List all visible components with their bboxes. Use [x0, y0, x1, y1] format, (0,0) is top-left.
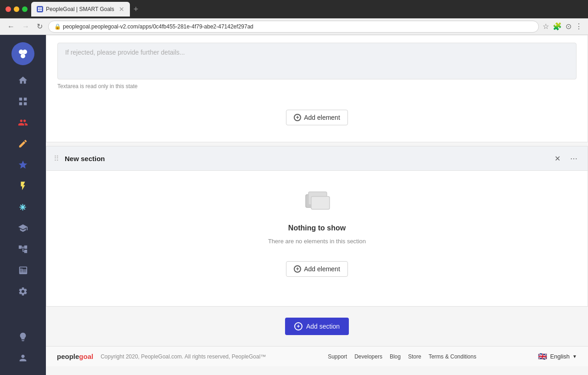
section-add-element-label: Add element: [304, 265, 340, 273]
svg-point-5: [22, 50, 27, 54]
add-section-area: + Add section: [46, 307, 588, 346]
svg-rect-2: [38, 10, 40, 11]
add-section-label: Add section: [306, 323, 340, 330]
svg-rect-8: [24, 98, 27, 101]
add-section-button[interactable]: + Add section: [285, 318, 349, 335]
empty-state-desc: There are no elements in this section: [268, 238, 366, 245]
sidebar-item-table[interactable]: [0, 261, 46, 280]
app-wrapper: ✳: [0, 35, 588, 375]
svg-rect-9: [19, 102, 22, 105]
sidebar-item-edit[interactable]: [0, 134, 46, 153]
footer-link-developers[interactable]: Developers: [354, 353, 382, 360]
svg-rect-1: [40, 7, 42, 9]
sidebar-item-learning[interactable]: [0, 218, 46, 238]
add-section-plus-icon: +: [294, 322, 302, 330]
bookmark-icon[interactable]: ☆: [543, 22, 549, 31]
security-icon: 🔒: [54, 23, 61, 30]
top-add-element-area: + Add element: [46, 97, 588, 142]
sidebar-item-profile[interactable]: [0, 348, 46, 368]
sidebar-item-tips[interactable]: [0, 327, 46, 347]
traffic-lights: [6, 6, 28, 12]
sidebar-bottom: [0, 327, 46, 375]
footer: peoplegoal Copyright 2020, PeopleGoal.co…: [46, 346, 588, 366]
app-logo[interactable]: [11, 42, 34, 65]
footer-links: Support Developers Blog Store Terms & Co…: [328, 353, 476, 360]
svg-rect-0: [38, 7, 40, 9]
sidebar-item-pulse[interactable]: [0, 176, 46, 196]
svg-rect-10: [24, 102, 27, 105]
section-body: Nothing to show There are no elements in…: [46, 171, 588, 306]
flag-icon: 🇬🇧: [538, 352, 547, 361]
menu-icon[interactable]: ⋮: [575, 22, 582, 31]
minimize-button[interactable]: [14, 6, 19, 12]
section-add-element-area: + Add element: [286, 250, 348, 288]
section-close-button[interactable]: ✕: [551, 152, 564, 165]
footer-link-support[interactable]: Support: [328, 353, 347, 360]
top-section-body: If rejected, please provide further deta…: [46, 35, 588, 97]
language-label: English: [550, 353, 570, 360]
svg-point-6: [21, 54, 25, 58]
sidebar-nav: ✳: [0, 71, 46, 301]
sidebar-item-dashboard[interactable]: [0, 92, 46, 111]
close-button[interactable]: [6, 6, 11, 12]
address-bar[interactable]: 🔒 peoplegoal.peoplegoal-v2.com/apps/0c4f…: [48, 21, 539, 33]
sidebar-item-settings[interactable]: [0, 282, 46, 301]
reload-button[interactable]: ↻: [35, 21, 45, 32]
sidebar-item-org[interactable]: [0, 240, 46, 259]
sidebar: ✳: [0, 35, 46, 375]
tab-bar: PeopleGoal | SMART Goals ✕ +: [31, 2, 582, 17]
empty-state: Nothing to show There are no elements in…: [268, 189, 366, 288]
footer-left: peoplegoal Copyright 2020, PeopleGoal.co…: [57, 353, 266, 360]
section-actions: ✕ ⋯: [551, 152, 580, 165]
footer-link-blog[interactable]: Blog: [390, 353, 401, 360]
nav-actions: ☆ 🧩 ⊙ ⋮: [543, 22, 582, 31]
sidebar-item-goals[interactable]: [0, 155, 46, 174]
sidebar-item-integrations[interactable]: ✳: [0, 197, 46, 217]
maximize-button[interactable]: [22, 6, 28, 12]
extensions-icon[interactable]: 🧩: [553, 22, 562, 31]
forward-button[interactable]: →: [20, 22, 31, 32]
main-content: If rejected, please provide further deta…: [46, 35, 588, 375]
svg-rect-7: [19, 98, 22, 101]
plus-circle-icon: +: [294, 114, 301, 121]
section-header: ⠿ New section ✕ ⋯: [46, 146, 588, 171]
section-plus-icon: +: [294, 265, 301, 273]
sidebar-item-people[interactable]: [0, 113, 46, 132]
profile-menu-icon[interactable]: ⊙: [566, 22, 571, 31]
chevron-down-icon: ▼: [572, 354, 577, 359]
new-section-card: ⠿ New section ✕ ⋯: [46, 146, 588, 307]
footer-logo-text: peoplegoal: [57, 353, 93, 360]
footer-link-store[interactable]: Store: [408, 353, 421, 360]
empty-state-icon: [302, 189, 331, 217]
top-add-element-button[interactable]: + Add element: [286, 110, 348, 125]
drag-handle-icon[interactable]: ⠿: [54, 154, 59, 163]
new-tab-button[interactable]: +: [134, 5, 139, 14]
section-add-element-button[interactable]: + Add element: [286, 261, 348, 277]
sidebar-item-home[interactable]: [0, 71, 46, 90]
top-section: If rejected, please provide further deta…: [46, 35, 588, 142]
active-tab[interactable]: PeopleGoal | SMART Goals ✕: [31, 2, 130, 17]
back-button[interactable]: ←: [6, 22, 17, 32]
textarea-note: Textarea is read only in this state: [57, 83, 577, 90]
browser-chrome: PeopleGoal | SMART Goals ✕ +: [0, 0, 588, 18]
section-more-button[interactable]: ⋯: [567, 152, 580, 165]
tab-close-icon[interactable]: ✕: [119, 6, 124, 13]
tab-title: PeopleGoal | SMART Goals: [46, 6, 114, 12]
url-text: peoplegoal.peoplegoal-v2.com/apps/0c4fb4…: [63, 23, 253, 30]
footer-copyright: Copyright 2020, PeopleGoal.com. All righ…: [101, 353, 266, 360]
svg-text:✳: ✳: [19, 202, 26, 212]
section-title: New section: [65, 155, 547, 162]
tab-favicon: [37, 6, 43, 12]
rejection-textarea: If rejected, please provide further deta…: [57, 43, 577, 79]
footer-link-terms[interactable]: Terms & Conditions: [429, 353, 476, 360]
footer-logo: peoplegoal: [57, 353, 93, 360]
svg-rect-14: [311, 196, 330, 209]
language-selector[interactable]: 🇬🇧 English ▼: [538, 352, 577, 361]
nav-bar: ← → ↻ 🔒 peoplegoal.peoplegoal-v2.com/app…: [0, 18, 588, 35]
add-element-label: Add element: [304, 114, 340, 121]
svg-rect-3: [40, 10, 42, 11]
empty-state-title: Nothing to show: [288, 224, 346, 232]
